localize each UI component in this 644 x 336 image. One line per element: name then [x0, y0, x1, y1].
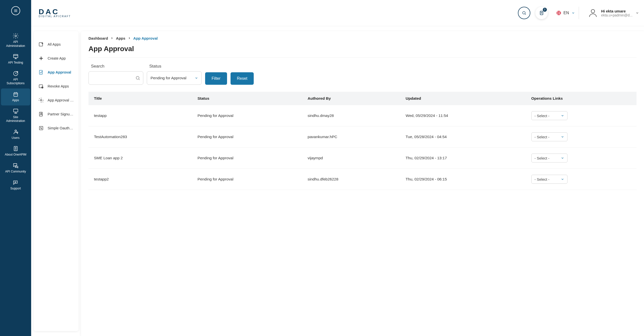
chevron-down-icon	[561, 135, 564, 138]
nav-item-label: API Subscriptions	[6, 78, 24, 86]
language-selector[interactable]: EN	[553, 7, 579, 19]
search-input[interactable]	[88, 71, 143, 85]
user-greeting: Hi ekta umare	[601, 9, 632, 13]
global-search-button[interactable]	[518, 7, 530, 19]
status-label: Status	[147, 64, 202, 69]
nav-item-community[interactable]: API Community	[0, 160, 31, 177]
sub-item-3[interactable]: Revoke Apps	[36, 79, 76, 93]
sub-item-0[interactable]: All Apps	[36, 38, 76, 51]
logo: DAC DIGITAL APICRAFT	[39, 8, 71, 18]
nav-item-about[interactable]: About OneAPIM	[0, 143, 31, 160]
avatar-icon	[588, 8, 598, 18]
hamburger-icon	[14, 8, 18, 13]
table-cell-operations: - Select -	[526, 105, 636, 126]
column-header: Authored By	[302, 92, 400, 105]
table-cell-operations: - Select -	[526, 126, 636, 148]
svg-rect-38	[40, 112, 42, 116]
search-label: Search	[88, 64, 143, 69]
table-cell: Thu, 02/29/2024 - 13:17	[400, 148, 526, 169]
nav-item-site-admin[interactable]: Site Administration	[0, 106, 31, 126]
status-select[interactable]: Pending for Approval	[147, 71, 202, 85]
nav-item-api-admin[interactable]: API Administration	[0, 30, 31, 51]
nav-item-apps[interactable]: Apps	[1, 88, 30, 106]
menu-toggle-button[interactable]	[11, 6, 20, 15]
chevron-down-icon	[561, 114, 564, 118]
svg-point-37	[40, 100, 42, 101]
svg-point-18	[15, 130, 16, 132]
sub-item-1[interactable]: Create App	[36, 51, 76, 65]
sub-item-2[interactable]: App Approval	[36, 65, 76, 79]
filter-button[interactable]: Filter	[205, 72, 227, 85]
page-content: DashboardAppsApp Approval App Approval S…	[81, 31, 644, 336]
svg-point-30	[42, 43, 43, 44]
table-cell-operations: - Select -	[526, 169, 636, 190]
nav-item-support[interactable]: Support	[0, 177, 31, 194]
table-cell: SME Loan app 2	[88, 148, 192, 169]
nav-item-label: API Community	[5, 170, 26, 174]
sub-item-6[interactable]: Simple Oauth C...	[36, 121, 76, 135]
nav-item-label: API Testing	[8, 61, 23, 65]
chevron-down-icon	[572, 11, 575, 15]
column-header: Title	[88, 92, 192, 105]
column-header: Updated	[400, 92, 526, 105]
operations-select[interactable]: - Select -	[531, 132, 568, 141]
status-value: Pending for Approval	[150, 76, 186, 80]
table-cell: Pending for Approval	[192, 148, 302, 169]
breadcrumb: DashboardAppsApp Approval	[88, 36, 636, 40]
breadcrumb-item[interactable]: Dashboard	[88, 36, 108, 40]
nav-item-api-testing[interactable]: API Testing	[0, 51, 31, 68]
search-icon	[135, 76, 140, 80]
sub-item-label: Simple Oauth C...	[48, 126, 74, 130]
logo-text: DAC	[39, 8, 71, 15]
user-menu[interactable]: Hi ekta umare ekta.u+padmin@d...	[584, 8, 639, 18]
svg-point-19	[17, 132, 18, 133]
svg-point-39	[40, 113, 42, 114]
tasks-button[interactable]: 0	[535, 7, 548, 19]
nav-item-label: Apps	[12, 98, 19, 102]
page-title: App Approval	[88, 45, 636, 53]
sub-item-label: Partner Signup ...	[48, 112, 74, 116]
sub-item-label: App Approval	[48, 70, 71, 74]
table-cell: TestAutomation283	[88, 126, 192, 148]
logo-tagline: DIGITAL APICRAFT	[39, 15, 71, 18]
operations-select[interactable]: - Select -	[531, 154, 568, 162]
chevron-right-icon	[128, 36, 131, 40]
nav-item-api-subs[interactable]: API Subscriptions	[0, 68, 31, 88]
reset-button[interactable]: Reset	[230, 72, 254, 85]
operations-placeholder: - Select -	[534, 114, 550, 118]
table-cell: Thu, 02/29/2024 - 06:15	[400, 169, 526, 190]
operations-select[interactable]: - Select -	[531, 111, 568, 120]
sub-item-label: App Approval C...	[48, 98, 74, 102]
column-header: Operations Links	[526, 92, 636, 105]
svg-point-23	[523, 12, 525, 14]
topbar: DAC DIGITAL APICRAFT 0 EN Hi ekta umare …	[31, 0, 644, 26]
search-icon	[522, 11, 526, 15]
svg-rect-14	[14, 109, 18, 112]
operations-placeholder: - Select -	[534, 135, 550, 139]
table-cell: testapp2	[88, 169, 192, 190]
operations-placeholder: - Select -	[534, 156, 550, 160]
sub-item-4[interactable]: App Approval C...	[36, 93, 76, 107]
table-cell: pavankumar.hPC	[302, 126, 400, 148]
sub-item-5[interactable]: Partner Signup ...	[36, 107, 76, 121]
chevron-down-icon	[561, 156, 564, 160]
nav-item-label: Users	[12, 136, 20, 140]
chevron-down-icon	[561, 178, 564, 181]
svg-point-41	[136, 76, 139, 79]
divider	[88, 57, 636, 58]
svg-point-28	[591, 10, 595, 13]
sub-item-label: Create App	[48, 56, 66, 60]
uk-flag-icon	[556, 11, 561, 15]
breadcrumb-item[interactable]: Apps	[116, 36, 125, 40]
table-cell: sindhu.dmay28	[302, 105, 400, 126]
svg-point-21	[15, 148, 16, 148]
table-cell-operations: - Select -	[526, 148, 636, 169]
table-cell: Pending for Approval	[192, 105, 302, 126]
nav-item-label: Site Administration	[6, 116, 25, 123]
operations-select[interactable]: - Select -	[531, 175, 568, 184]
table-cell: vijaympd	[302, 148, 400, 169]
table-cell: Pending for Approval	[192, 169, 302, 190]
table-cell: Wed, 05/29/2024 - 11:54	[400, 105, 526, 126]
nav-item-users[interactable]: Users	[0, 126, 31, 143]
app-table: TitleStatusAuthored ByUpdatedOperations …	[88, 92, 636, 190]
